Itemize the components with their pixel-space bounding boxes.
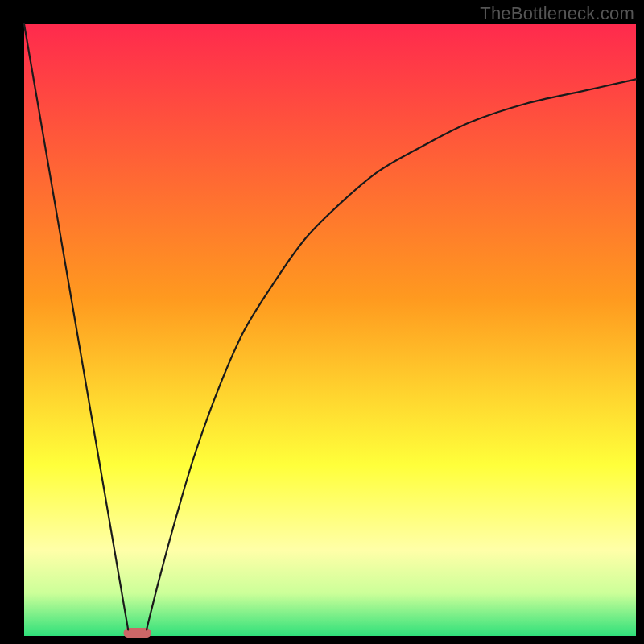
bottleneck-curve-chart	[0, 0, 644, 644]
chart-container: TheBottleneck.com	[0, 0, 644, 644]
chart-plot-area	[24, 24, 636, 636]
watermark-label: TheBottleneck.com	[480, 3, 634, 24]
